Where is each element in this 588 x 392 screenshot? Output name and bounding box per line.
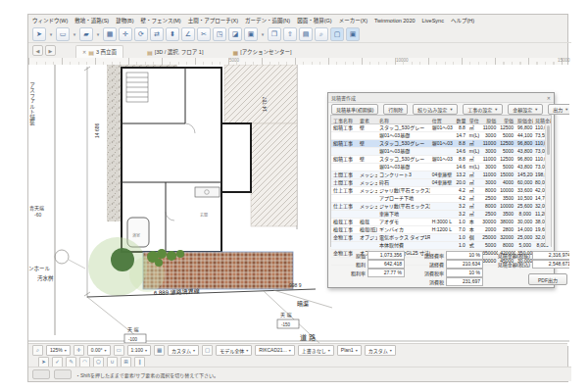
table-row[interactable]: 塀01〜03基礎14.6m(L)3000500043,80073,000 <box>331 148 551 156</box>
grid-snap-icon[interactable]: ⊞ <box>121 357 131 368</box>
tab-1[interactable]: ✕▤3 西立面 <box>75 45 123 58</box>
dropdown-icon[interactable]: ▾ <box>95 28 101 40</box>
dialog-button[interactable]: 絞り込み設定▼ <box>413 104 458 115</box>
pdf-export-button[interactable]: PDF出力 <box>528 273 567 285</box>
column-header[interactable]: 数量 <box>454 117 466 123</box>
table-scrollbar[interactable] <box>545 123 551 246</box>
dropdown-icon[interactable]: ▾ <box>72 28 77 40</box>
pan-icon[interactable]: ✛ <box>74 345 84 356</box>
close-icon[interactable]: ✕ <box>547 95 551 101</box>
table-row[interactable]: 組積工事壁スタッコ_530グレー塀01〜038.8㎡110001250096,8… <box>331 140 551 148</box>
column-header[interactable]: 原価 <box>480 117 498 123</box>
guide-icon[interactable]: ∥ <box>134 357 145 368</box>
menu-item[interactable]: Twinmotion 2020 <box>374 18 416 24</box>
column-header[interactable]: 単位 <box>467 117 480 123</box>
drawing-canvas[interactable]: アスファルト舗装 14 686 14 787 青天端 -60 ンホール 汚水桝 … <box>28 65 569 346</box>
dialog-button[interactable]: 工事の設定▼ <box>463 104 503 115</box>
menu-item[interactable]: LiveSync <box>422 18 444 24</box>
totals-value[interactable]: 2,316,974 <box>532 251 569 260</box>
view-icon[interactable]: ▢ <box>202 345 213 356</box>
menu-item[interactable]: ヘルプ(H) <box>451 17 474 24</box>
marquee-icon[interactable]: ▭ <box>56 27 70 41</box>
angle-select[interactable]: 0.00°▾ <box>87 345 111 356</box>
grid-tool-icon[interactable]: ▦ <box>103 27 117 41</box>
menu-item[interactable]: ガーデン・造園(N) <box>245 17 290 24</box>
mirror-icon[interactable]: ⇄ <box>150 27 164 41</box>
dialog-button[interactable]: 行削除 <box>383 104 408 115</box>
tab-2[interactable]: ▤[3D / 選択, フロア 1] <box>141 46 210 58</box>
table-row[interactable]: 組積工事壁スタッコ_530グレー塀01〜038.8㎡110001250096,8… <box>331 124 551 132</box>
custom-combo[interactable]: カスタム▾ <box>365 345 396 356</box>
dropdown-icon[interactable]: ▾ <box>48 28 54 40</box>
layer-icon[interactable]: ▦ <box>154 345 165 356</box>
cursor-icon[interactable]: ➤ <box>38 357 49 368</box>
menu-item[interactable]: ウィンドウ(W) <box>32 17 68 24</box>
totals-value[interactable]: 210,634 <box>446 260 483 269</box>
menu-item[interactable]: 壁・フェンス(M) <box>141 17 181 24</box>
totals-value[interactable]: 231,697 <box>446 277 483 286</box>
totals-value[interactable]: 10 % <box>446 251 483 260</box>
wall-tool-icon[interactable]: ▰ <box>79 27 93 41</box>
monitor2-icon[interactable]: ▣ <box>346 27 360 41</box>
monitor-icon[interactable]: ▢ <box>330 27 344 41</box>
dialog-button[interactable]: 出力▼ <box>548 104 569 115</box>
view-combo[interactable]: モデル全体▾ <box>216 345 252 356</box>
totals-value[interactable]: 2,548,671 <box>532 260 569 269</box>
zoom-tool-icon[interactable]: ⌕ <box>315 27 328 41</box>
back-button[interactable]: ◀ <box>32 45 43 56</box>
totals-value[interactable]: 642,418 <box>368 260 405 269</box>
status-chip-1[interactable] <box>32 369 50 379</box>
table-row[interactable]: 塀01〜03基礎14.7m(L)3000500044,10073,500 <box>331 132 551 140</box>
column-header[interactable]: 名称 <box>377 117 430 123</box>
table-row[interactable]: 土間工事メッシュ砕石04車庫壁20.0㎡3000400060,00080,000 <box>331 179 551 187</box>
table-row[interactable]: 金物工事オブジェクト電気ボックス タイプ1R1.0個250003200025,0… <box>331 234 551 242</box>
scale-select[interactable]: 1:100▾ <box>127 345 152 356</box>
table-row[interactable]: 植栽工事植栽(低)ギンバイカH:1200 L7.0本2000280014,000… <box>331 226 551 234</box>
move-icon[interactable]: ✛ <box>119 27 132 41</box>
table-row[interactable]: 仕上工事メッシュジャリ敷(平石ミックス)五色砂利4.2㎡80001000033,… <box>331 187 551 195</box>
tab-close-icon[interactable]: ✕ <box>82 49 86 55</box>
level-icon[interactable]: ⬍ <box>166 27 179 41</box>
render-icon[interactable]: ◪ <box>228 27 242 41</box>
dialog-button[interactable]: 見積基準(初期値) <box>331 104 378 115</box>
totals-value[interactable]: 1,073,356 <box>368 251 405 260</box>
overwrite-combo[interactable]: 上書きなし▾ <box>298 345 334 356</box>
template-combo[interactable]: RIKCAD21...▾ <box>255 345 295 356</box>
menu-item[interactable]: メーカー(X) <box>339 17 368 24</box>
polygon-icon[interactable]: ⬠ <box>93 357 104 368</box>
dialog-button[interactable]: 金額設定▼ <box>508 104 543 115</box>
magnet-icon[interactable]: ∪ <box>107 357 118 368</box>
arc-icon[interactable]: ◠ <box>79 357 90 368</box>
column-header[interactable]: 原価金額 <box>515 117 533 123</box>
table-row[interactable]: 塀01〜03基礎14.6m(L)3000500043,80073,000 <box>331 164 551 172</box>
forward-button[interactable]: ▶ <box>45 45 56 56</box>
rotate-icon[interactable]: ⟳ <box>134 27 148 41</box>
trim-icon[interactable]: ✂ <box>197 27 211 41</box>
pen-icon[interactable]: ✎ <box>66 357 76 368</box>
zoom-icon[interactable]: ⌕ <box>32 345 43 356</box>
table-row[interactable]: 植栽工事植栽アオダモH:3000 L1.0本300003800030,00038… <box>331 219 551 226</box>
table-row[interactable]: 組積工事壁スタッコ_530グレー塀01〜038.8㎡110001250096,8… <box>331 156 551 164</box>
layer-combo[interactable]: カスタム▾ <box>168 345 199 356</box>
table-row[interactable]: アプローチ下地4.2㎡2500350010,50014,700 <box>331 195 551 203</box>
tab-3[interactable]: ▦[アクションセンター] <box>226 46 297 58</box>
measure-icon[interactable]: ∠ <box>181 27 195 41</box>
totals-value[interactable]: 27.77 % <box>368 269 405 277</box>
plan-combo[interactable]: Plan1▾ <box>337 345 362 356</box>
zoom-level-select[interactable]: 125%▾ <box>46 345 71 356</box>
table-row[interactable]: 仕上工事メッシュジャリ敷(平石ミックス)五色砂利3.2㎡80001000025,… <box>331 203 551 211</box>
menu-item[interactable]: 図面・積算(G) <box>297 17 331 24</box>
3d-view-icon[interactable]: ◳ <box>213 27 226 41</box>
table-row[interactable]: 土間工事メッシュコンクリート304車庫壁13.2㎡1100015000145,2… <box>331 172 551 179</box>
menu-item[interactable]: 敷地・道路(S) <box>74 17 109 24</box>
column-header[interactable]: 単価 <box>498 117 515 123</box>
totals-value[interactable]: 10 % <box>446 269 483 277</box>
column-header[interactable]: 見積金額 <box>533 117 551 123</box>
scale-icon[interactable]: ▭ <box>114 345 124 356</box>
table-row[interactable]: 車庫下地3.2㎡250035008,00011,200 <box>331 211 551 219</box>
menu-item[interactable]: 土間・アプローチ(X) <box>188 17 238 24</box>
dialog-title-bar[interactable]: 見積書作成 ✕ <box>328 93 554 103</box>
layout-icon[interactable]: ▤ <box>299 27 313 41</box>
publish-icon[interactable]: ⇧ <box>283 27 297 41</box>
column-header[interactable]: 位置 <box>430 117 455 123</box>
